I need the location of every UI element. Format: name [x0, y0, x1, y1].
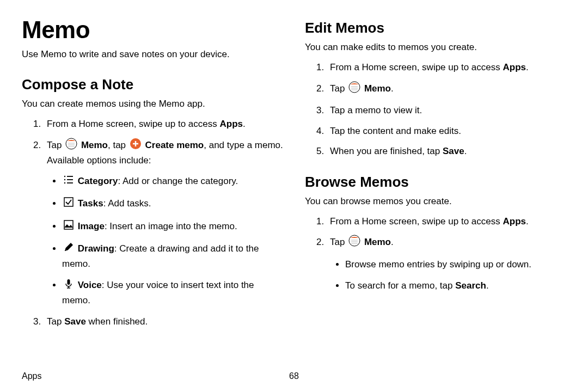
browse-desc: You can browse memos you create. — [305, 196, 566, 207]
compose-steps: From a Home screen, swipe up to access A… — [22, 117, 283, 329]
edit-heading: Edit Memos — [305, 20, 566, 36]
list-item: Category: Add or change the category. — [62, 174, 283, 189]
compose-heading: Compose a Note — [22, 76, 283, 93]
list-item: When you are finished, tap Save. — [327, 144, 566, 158]
list-item: Voice: Use your voice to insert text int… — [62, 278, 283, 307]
footer-page: 68 — [289, 371, 299, 381]
list-item: Tap Save when finished. — [44, 315, 283, 329]
list-item: Drawing: Create a drawing and add it to … — [62, 242, 283, 271]
list-item: Tap Memo. — [327, 81, 566, 97]
page-title: Memo — [22, 16, 283, 44]
svg-point-9 — [64, 182, 65, 183]
list-item: From a Home screen, swipe up to access A… — [327, 60, 566, 75]
edit-steps: From a Home screen, swipe up to access A… — [305, 60, 566, 158]
svg-rect-13 — [64, 198, 73, 206]
intro-text: Use Memo to write and save notes on your… — [22, 49, 283, 60]
left-column: Memo Use Memo to write and save notes on… — [22, 16, 283, 335]
compose-desc: You can create memos using the Memo app. — [22, 99, 283, 109]
svg-rect-14 — [64, 220, 73, 229]
list-item: Tap Memo, tap Create memo, and type a me… — [44, 138, 283, 308]
list-item: From a Home screen, swipe up to access A… — [44, 117, 283, 131]
memo-icon — [348, 235, 360, 251]
compose-options: Category: Add or change the category. Ta… — [47, 174, 283, 308]
browse-steps: From a Home screen, swipe up to access A… — [305, 215, 566, 293]
image-icon — [63, 219, 74, 235]
category-icon — [63, 174, 74, 189]
memo-icon — [65, 138, 77, 154]
plus-icon — [130, 138, 142, 154]
voice-icon — [63, 278, 74, 293]
edit-desc: You can make edits to memos you create. — [305, 42, 566, 53]
right-column: Edit Memos You can make edits to memos y… — [305, 16, 566, 335]
list-item: Tap a memo to view it. — [327, 103, 566, 118]
footer: Apps 68 — [22, 371, 566, 381]
browse-sublist: Browse memo entries by swiping up or dow… — [330, 258, 566, 293]
svg-point-7 — [64, 175, 65, 176]
list-item: Image: Insert an image into the memo. — [62, 219, 283, 235]
list-item: Tasks: Add tasks. — [62, 197, 283, 212]
drawing-icon — [63, 242, 74, 257]
svg-rect-15 — [68, 279, 70, 285]
footer-label: Apps — [22, 371, 41, 381]
tasks-icon — [63, 197, 74, 212]
svg-point-8 — [64, 179, 65, 180]
list-item: To search for a memo, tap Search. — [345, 279, 566, 293]
list-item: From a Home screen, swipe up to access A… — [327, 215, 566, 229]
list-item: Browse memo entries by swiping up or dow… — [345, 258, 566, 272]
memo-icon — [348, 81, 360, 97]
browse-heading: Browse Memos — [305, 174, 566, 191]
list-item: Tap Memo. Browse memo entries by swiping… — [327, 235, 566, 293]
list-item: Tap the content and make edits. — [327, 124, 566, 138]
